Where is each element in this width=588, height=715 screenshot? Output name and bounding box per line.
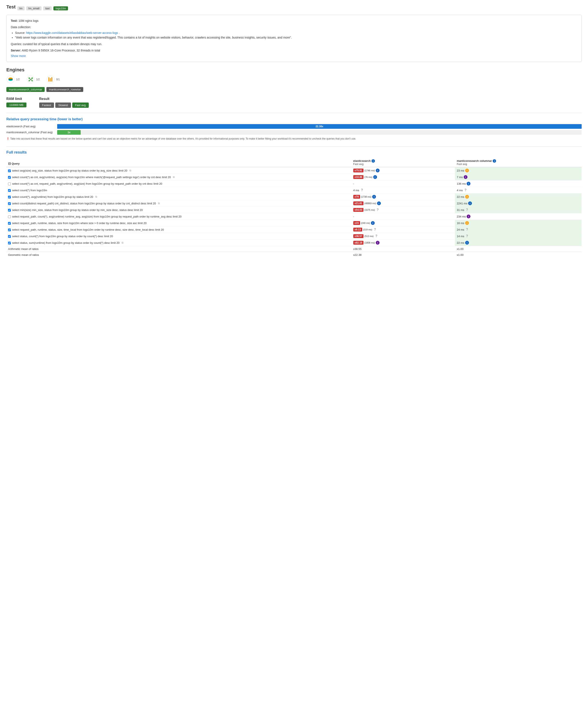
query-cell: select request_path, count(*), avg(runti… (6, 213, 352, 220)
elastic-ms: (48869 ms) (364, 202, 376, 205)
engine-elasticsearch[interactable]: 1/2 (6, 75, 20, 84)
th-elastic-label: elasticsearch (353, 159, 371, 163)
manticore-info-badge[interactable]: i (465, 241, 469, 245)
query-checkbox[interactable] (8, 176, 11, 179)
full-results-section: Full results ⊟ Query elasticsearch i Fas… (6, 147, 582, 258)
elastic-info-badge[interactable]: ? (376, 208, 380, 212)
manticore-cell: 23 msi (455, 167, 582, 174)
query-cell: select status, count(*) from logs10m gro… (6, 233, 352, 239)
manticore-info-icon[interactable]: i (493, 159, 496, 163)
chart-note: ❗ Take into account that these final res… (6, 137, 582, 141)
manticore-info-badge[interactable]: ? (465, 234, 469, 238)
tag-hn[interactable]: hn (17, 6, 25, 10)
fast-avg-btn[interactable]: Fast avg (72, 103, 89, 108)
query-checkbox[interactable] (8, 235, 11, 238)
query-checkbox[interactable] (8, 183, 11, 185)
mean-manticore: x1.00 (455, 246, 582, 252)
manticore-value: 4 ms (457, 189, 463, 192)
query-checkbox[interactable] (8, 196, 11, 198)
manticore-info-badge[interactable]: i (465, 221, 469, 225)
manticore-value: 22 ms (457, 241, 464, 245)
copy-icon[interactable]: ⧉ (122, 241, 124, 244)
tag-taxi[interactable]: taxi (43, 6, 52, 10)
elastic-info-badge[interactable]: i (373, 175, 377, 179)
manticore-info-badge[interactable]: i (467, 182, 470, 186)
query-checkbox[interactable] (8, 189, 11, 192)
warning-icon: ❗ (6, 137, 9, 140)
manticore-value: 23 ms (457, 169, 464, 172)
elastic-value-badge: x15 (353, 221, 360, 225)
manticore-value: 16 ms (457, 222, 464, 225)
server-label: Server: (11, 49, 21, 52)
chart-bar-value-manticore: 1x (66, 131, 71, 134)
manticore-value: 136 ms (457, 182, 466, 185)
th-elastic-engine: elasticsearch i (353, 159, 454, 163)
elastic-info-badge[interactable]: i (376, 169, 380, 172)
manticore-cell: 22 msi (455, 194, 582, 200)
elastic-info-badge[interactable]: ? (375, 234, 378, 238)
elastic-cell: x79(1738 ms)i (352, 194, 455, 200)
ram-label: RAM limit (6, 97, 26, 101)
query-text: select request_path, count(*), avg(runti… (12, 215, 182, 218)
manticore-cell: 136 msi (455, 181, 582, 187)
elastic-info-icon[interactable]: i (372, 159, 375, 163)
manticore-info-badge[interactable]: i (465, 195, 469, 199)
manticore-info-badge[interactable]: i (467, 214, 470, 218)
copy-icon[interactable]: ⧉ (173, 175, 175, 178)
elastic-value-badge: x54.03 (353, 208, 364, 212)
manticore-info-badge[interactable]: i (465, 169, 469, 172)
manticore-value: 24 ms (457, 228, 464, 231)
tag-manticore-columnar[interactable]: manticoresearch_columnar (6, 87, 45, 92)
manticore-info-badge[interactable]: i (468, 202, 472, 205)
bullet-source-text: Source: (15, 31, 26, 35)
tag-hn-small[interactable]: hn_small (26, 6, 42, 10)
elastic-info-badge[interactable]: i (377, 202, 381, 205)
chart-title: Relative query processing time (lower is… (6, 117, 582, 121)
manticore-cell: 14 ms? (455, 233, 582, 239)
source-link[interactable]: https://www.kaggle.com/datasets/eliasdab… (26, 31, 118, 35)
elastic-value-badge: x9.13 (353, 228, 362, 231)
query-checkbox[interactable] (8, 215, 11, 218)
fastest-btn[interactable]: Fastest (39, 103, 54, 108)
tag-logs10m[interactable]: logs10m (54, 6, 68, 10)
query-checkbox[interactable] (8, 209, 11, 212)
elastic-info-badge[interactable]: i (376, 241, 380, 245)
elastic-cell: 4 ms? (352, 187, 455, 194)
clickhouse-badge: 0/1 (56, 78, 60, 81)
copy-icon[interactable]: ⧉ (95, 195, 97, 198)
svg-rect-15 (48, 77, 49, 82)
query-text: select count(distinct request_path) cnt_… (12, 202, 156, 205)
slowest-btn[interactable]: Slowest (55, 103, 71, 108)
elastic-info-badge[interactable]: ? (373, 228, 377, 231)
queries-text: Queries: curated list of typical queries… (11, 42, 577, 46)
manticore-info-badge[interactable]: i (464, 175, 467, 179)
test-header: Test hn hn_small taxi logs10m (6, 4, 582, 12)
elastic-info-badge[interactable]: i (372, 195, 376, 199)
ram-value: 110000 MB (6, 103, 26, 107)
elastic-info-badge[interactable]: i (371, 221, 375, 225)
elastic-cell: x15(240 ms)i (352, 220, 455, 226)
copy-icon[interactable]: ⧉ (129, 169, 131, 172)
manticore-info-badge[interactable]: ? (465, 208, 469, 212)
query-cell: select count(*) from logs10m (6, 187, 352, 194)
bullet-list: Source: https://www.kaggle.com/datasets/… (11, 30, 577, 40)
tag-manticore-rowwise[interactable]: manticoresearch_rowwise (46, 87, 83, 92)
query-checkbox[interactable] (8, 169, 11, 172)
show-more-link[interactable]: Show more (11, 54, 26, 58)
query-checkbox[interactable] (8, 222, 11, 225)
collapse-icon[interactable]: ⊟ (8, 162, 11, 166)
copy-icon[interactable]: ⧉ (158, 202, 160, 205)
elastic-ms: (512 ms) (364, 235, 374, 237)
engine-manticore[interactable]: 1/2 (26, 75, 40, 84)
query-checkbox[interactable] (8, 241, 11, 245)
query-checkbox[interactable] (8, 202, 11, 205)
manticore-info-badge[interactable]: ? (464, 188, 467, 192)
engine-clickhouse[interactable]: 0/1 (46, 75, 60, 84)
query-checkbox[interactable] (8, 229, 11, 231)
test-label: Test: (11, 19, 18, 22)
table-row: select count(*) as cnt, request_path, av… (6, 181, 582, 187)
manticore-info-badge[interactable]: ? (465, 228, 469, 231)
manticore-badge: 1/2 (36, 78, 40, 81)
th-manticore-engine: manticoresearch columnar i (457, 159, 580, 163)
elastic-info-badge[interactable]: ? (360, 188, 364, 192)
